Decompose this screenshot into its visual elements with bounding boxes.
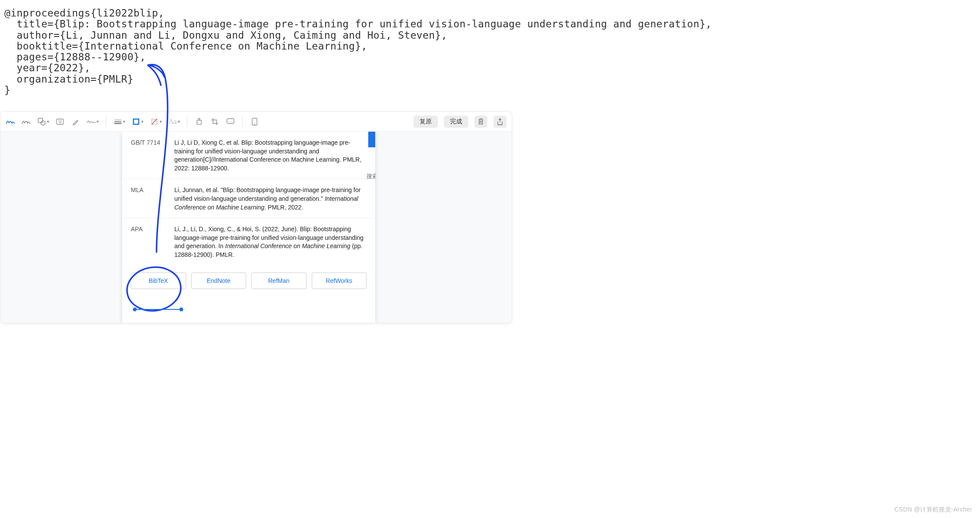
toolbar: ▾ 字 ▾ ▾ ▾	[0, 112, 512, 132]
stroke-color-tool[interactable]: ▾	[131, 117, 143, 126]
line-icon	[113, 117, 123, 126]
highlighter-icon[interactable]	[71, 117, 80, 126]
citation-text[interactable]: Li, J., Li, D., Xiong, C., & Hoi, S. (20…	[174, 225, 367, 259]
divider	[187, 116, 187, 127]
device-icon[interactable]	[250, 117, 259, 126]
citation-text[interactable]: Li, Junnan, et al. "Blip: Bootstrapping …	[174, 186, 367, 212]
delete-button[interactable]	[474, 116, 487, 128]
content-area: 搜索 GB/T 7714 Li J, Li D, Xiong C, et al.…	[0, 132, 512, 323]
svg-rect-7	[133, 119, 139, 124]
export-refworks-button[interactable]: RefWorks	[312, 272, 367, 289]
svg-point-1	[41, 121, 45, 125]
text-style-icon: Aa	[168, 117, 177, 126]
text-box-icon[interactable]: 字	[55, 117, 65, 126]
svg-text:字: 字	[58, 120, 62, 124]
code-line: booktitle={International Conference on M…	[4, 40, 367, 52]
share-button[interactable]	[493, 116, 507, 128]
speech-bubble-icon[interactable]: ⋯	[226, 117, 235, 126]
divider	[242, 116, 243, 127]
stroke-color-icon	[131, 117, 141, 126]
code-line: year={2022},	[4, 62, 90, 73]
signature-tool[interactable]: ▾	[87, 117, 99, 126]
chevron-down-icon: ▾	[123, 119, 125, 124]
chevron-down-icon: ▾	[178, 119, 180, 124]
citation-label: GB/T 7714	[131, 139, 174, 173]
export-endnote-button[interactable]: EndNote	[191, 272, 247, 289]
citation-label: APA	[131, 225, 174, 259]
crop-icon[interactable]	[210, 117, 220, 126]
shape-icon	[37, 117, 47, 126]
chevron-down-icon: ▾	[160, 119, 162, 124]
rotate-icon[interactable]	[194, 117, 204, 126]
citation-row-apa: APA Li, J., Li, D., Xiong, C., & Hoi, S.…	[122, 218, 375, 265]
code-line: author={Li, Junnan and Li, Dongxu and Xi…	[4, 30, 447, 41]
pen-tool-icon[interactable]	[6, 117, 15, 126]
chevron-down-icon: ▾	[47, 119, 49, 124]
citation-row-mla: MLA Li, Junnan, et al. "Blip: Bootstrapp…	[122, 179, 375, 218]
fill-color-icon	[150, 117, 159, 126]
citation-row-gbt: GB/T 7714 Li J, Li D, Xiong C, et al. Bl…	[122, 132, 375, 179]
side-badge	[368, 132, 375, 147]
chevron-down-icon: ▾	[97, 119, 99, 124]
code-line: @inproceedings{li2022blip,	[4, 7, 164, 19]
text-style-tool[interactable]: Aa ▾	[168, 117, 180, 126]
code-line: title={Blip: Bootstrapping language-imag…	[4, 18, 712, 30]
undo-button[interactable]: 复原	[413, 116, 438, 128]
citation-suffix: . PMLR, 2022.	[264, 204, 303, 211]
svg-point-14	[254, 123, 255, 124]
svg-text:⋯: ⋯	[229, 120, 232, 123]
screenshot-editor-window: ▾ 字 ▾ ▾ ▾	[0, 111, 512, 323]
done-button[interactable]: 完成	[444, 116, 468, 128]
export-refman-button[interactable]: RefMan	[251, 272, 307, 289]
brush-tool-icon[interactable]	[21, 117, 31, 126]
svg-line-9	[152, 119, 157, 124]
export-row: BibTeX EndNote RefMan RefWorks	[122, 266, 375, 296]
citation-label: MLA	[131, 186, 174, 212]
citation-italic: International Conference on Machine Lear…	[225, 242, 350, 249]
bibtex-code-block: @inproceedings{li2022blip, title={Blip: …	[0, 0, 980, 96]
code-line: }	[4, 84, 10, 96]
chevron-down-icon: ▾	[141, 119, 143, 124]
watermark: CSDN @计算机视觉-Archer	[894, 506, 972, 514]
citation-panel: 搜索 GB/T 7714 Li J, Li D, Xiong C, et al.…	[122, 132, 375, 323]
export-bibtex-button[interactable]: BibTeX	[131, 272, 186, 289]
fill-color-tool[interactable]: ▾	[150, 117, 162, 126]
code-line: organization={PMLR}	[4, 73, 133, 85]
svg-rect-10	[197, 120, 201, 124]
divider	[106, 116, 106, 127]
side-text: 搜索	[367, 173, 375, 180]
signature-icon	[87, 117, 96, 126]
shape-tool[interactable]: ▾	[37, 117, 49, 126]
citation-text[interactable]: Li J, Li D, Xiong C, et al. Blip: Bootst…	[174, 139, 367, 173]
line-style-tool[interactable]: ▾	[113, 117, 125, 126]
svg-rect-0	[38, 118, 43, 123]
code-line: pages={12888--12900},	[4, 51, 146, 63]
